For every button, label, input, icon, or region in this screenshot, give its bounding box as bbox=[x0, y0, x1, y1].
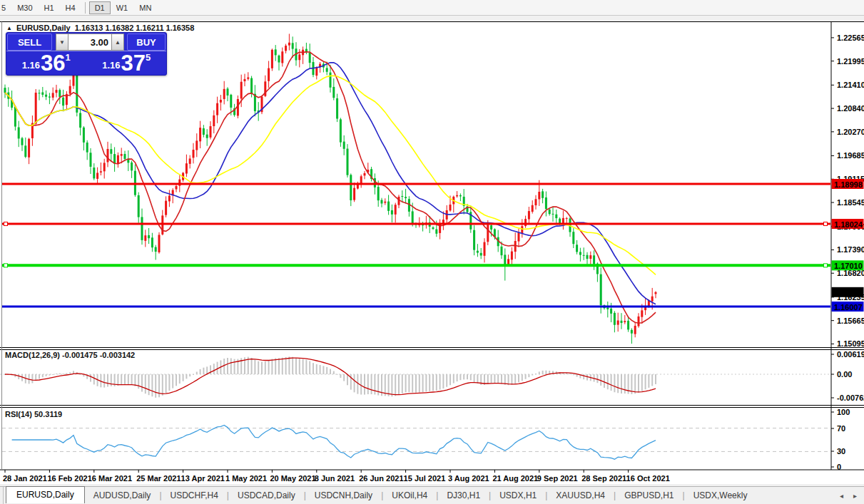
rsi-indicator-label: RSI(14) 50.3119 bbox=[5, 410, 62, 418]
bid-pipette: 1 bbox=[66, 52, 71, 63]
svg-text:21 Aug 2021: 21 Aug 2021 bbox=[492, 474, 538, 483]
svg-text:9 Sep 2021: 9 Sep 2021 bbox=[537, 474, 578, 483]
ask-price[interactable]: 1.16 37 5 bbox=[88, 51, 166, 74]
price-tag-1.18024: 1.18024 bbox=[832, 219, 864, 229]
svg-text:70: 70 bbox=[837, 424, 845, 433]
tab-usdcnh-daily[interactable]: USDCNH,Daily bbox=[306, 488, 381, 503]
price-tag-1.18998: 1.18998 bbox=[832, 179, 864, 189]
svg-text:1.20270: 1.20270 bbox=[837, 128, 864, 136]
chart-title: ▲ EURUSD,Daily 1.16313 1.16382 1.16211 1… bbox=[6, 24, 194, 32]
tab-usdx-weekly[interactable]: USDX,Weekly bbox=[685, 488, 756, 503]
chart-tab-bar: EURUSD,DailyAUDUSD,Daily|USDCHF,H4|USDCA… bbox=[0, 486, 864, 504]
timeframe-button-h4[interactable]: H4 bbox=[60, 1, 81, 14]
chart-ohlc-values: 1.16313 1.16382 1.16211 1.16358 bbox=[75, 24, 195, 32]
rsi-value: 50.3119 bbox=[34, 410, 62, 418]
svg-text:1.16358: 1.16358 bbox=[834, 288, 863, 297]
tab-bar-grip bbox=[0, 487, 4, 504]
ask-pipette: 5 bbox=[146, 52, 151, 63]
tab-scroll-left-icon[interactable]: ◂ bbox=[840, 492, 843, 500]
svg-text:1.18545: 1.18545 bbox=[837, 198, 864, 207]
timeframe-toolbar: 5M30H1H4D1W1MN bbox=[0, 0, 864, 16]
svg-text:28 Sep 2021: 28 Sep 2021 bbox=[581, 474, 626, 483]
svg-text:1.15665: 1.15665 bbox=[837, 317, 864, 325]
svg-text:-0.007621: -0.007621 bbox=[837, 394, 864, 402]
tab-audusd-daily[interactable]: AUDUSD,Daily bbox=[85, 488, 160, 503]
timeframe-button-m30[interactable]: M30 bbox=[11, 1, 38, 14]
svg-text:100: 100 bbox=[837, 408, 850, 416]
svg-text:13 Apr 2021: 13 Apr 2021 bbox=[181, 474, 225, 483]
svg-text:1.17390: 1.17390 bbox=[837, 245, 864, 254]
ask-small-figure: 1.16 bbox=[102, 60, 120, 71]
tab-gbpusd-h1[interactable]: GBPUSD,H1 bbox=[616, 488, 682, 503]
sell-button[interactable]: SELL bbox=[7, 34, 52, 51]
svg-text:20 May 2021: 20 May 2021 bbox=[270, 474, 315, 483]
volume-input[interactable] bbox=[68, 34, 111, 51]
svg-text:0: 0 bbox=[837, 463, 841, 471]
svg-text:1.17010: 1.17010 bbox=[834, 262, 863, 270]
bid-price[interactable]: 1.16 36 1 bbox=[7, 51, 86, 74]
tab-usdx-h1[interactable]: USDX,H1 bbox=[491, 488, 545, 503]
volume-decrease-button[interactable]: ▼ bbox=[56, 34, 68, 51]
svg-text:0.00: 0.00 bbox=[837, 370, 852, 379]
macd-name: MACD(12,26,9) bbox=[5, 351, 60, 359]
svg-text:16 Feb 2021: 16 Feb 2021 bbox=[47, 474, 91, 483]
svg-text:28 Jan 2021: 28 Jan 2021 bbox=[3, 474, 47, 483]
svg-text:1.22565: 1.22565 bbox=[837, 34, 864, 42]
price-tag-1.17010: 1.17010 bbox=[832, 260, 864, 270]
ask-big-figure: 37 bbox=[121, 54, 146, 73]
timeframe-button-d1[interactable]: D1 bbox=[89, 1, 111, 14]
svg-text:15 Jul 2021: 15 Jul 2021 bbox=[404, 474, 446, 483]
svg-text:3 Aug 2021: 3 Aug 2021 bbox=[448, 474, 489, 483]
svg-text:8 Jun 2021: 8 Jun 2021 bbox=[315, 474, 355, 483]
tab-scroll-right-icon[interactable]: ▸ bbox=[853, 492, 857, 500]
svg-text:1.18998: 1.18998 bbox=[834, 180, 863, 189]
svg-text:1.16007: 1.16007 bbox=[834, 303, 863, 312]
chart-symbol-label: EURUSD,Daily bbox=[16, 24, 71, 32]
svg-text:16 Oct 2021: 16 Oct 2021 bbox=[626, 474, 670, 483]
macd-values: -0.001475 -0.003142 bbox=[62, 351, 135, 359]
tab-ukoil-h4[interactable]: UKOil,H4 bbox=[383, 488, 436, 503]
rsi-name: RSI(14) bbox=[5, 410, 32, 418]
svg-text:6 Mar 2021: 6 Mar 2021 bbox=[92, 474, 132, 483]
tab-xauusd-h4[interactable]: XAUUSD,H4 bbox=[547, 488, 614, 503]
svg-text:25 Mar 2021: 25 Mar 2021 bbox=[136, 474, 181, 483]
svg-text:1.19685: 1.19685 bbox=[837, 151, 864, 160]
timeframe-button-mn[interactable]: MN bbox=[133, 1, 157, 14]
bid-big-figure: 36 bbox=[41, 54, 65, 73]
tab-usdchf-h4[interactable]: USDCHF,H4 bbox=[162, 488, 227, 503]
price-tag-1.16007: 1.16007 bbox=[832, 302, 864, 312]
toolbar-separator bbox=[85, 2, 86, 14]
svg-text:1.18024: 1.18024 bbox=[834, 220, 863, 229]
svg-text:1.21995: 1.21995 bbox=[837, 57, 864, 66]
tab-eurusd-daily[interactable]: EURUSD,Daily bbox=[6, 486, 85, 503]
collapse-panel-icon[interactable]: ▲ bbox=[6, 25, 12, 31]
candlestick-chart[interactable]: 1.225651.219951.214101.208401.202701.196… bbox=[0, 16, 864, 486]
tab-usdcad-daily[interactable]: USDCAD,Daily bbox=[229, 488, 304, 503]
bid-small-figure: 1.16 bbox=[22, 60, 40, 71]
buy-button[interactable]: BUY bbox=[127, 34, 166, 51]
timeframe-button-5[interactable]: 5 bbox=[0, 1, 11, 14]
timeframe-button-h1[interactable]: H1 bbox=[39, 1, 60, 14]
tabs-container: EURUSD,DailyAUDUSD,Daily|USDCHF,H4|USDCA… bbox=[6, 488, 756, 503]
svg-text:1.21410: 1.21410 bbox=[837, 81, 864, 89]
hline-1.17010[interactable] bbox=[2, 264, 830, 267]
tab-dj30-h1[interactable]: DJ30,H1 bbox=[438, 488, 489, 503]
one-click-trading-panel: SELL ▼ ▲ BUY 1.16 36 1 1.16 37 5 bbox=[6, 32, 167, 76]
current-price-tag: 1.16358 bbox=[832, 287, 864, 297]
chart-window: 1.225651.219951.214101.208401.202701.196… bbox=[0, 16, 864, 486]
svg-text:26 Jun 2021: 26 Jun 2021 bbox=[359, 474, 403, 483]
svg-text:0.006193: 0.006193 bbox=[837, 350, 864, 359]
svg-text:1.20840: 1.20840 bbox=[837, 104, 864, 113]
volume-increase-button[interactable]: ▲ bbox=[111, 34, 124, 51]
svg-text:1.15095: 1.15095 bbox=[837, 339, 864, 348]
svg-text:30: 30 bbox=[837, 447, 845, 456]
timeframe-button-w1[interactable]: W1 bbox=[111, 1, 134, 14]
macd-indicator-label: MACD(12,26,9) -0.001475 -0.003142 bbox=[5, 351, 135, 359]
svg-text:1 May 2021: 1 May 2021 bbox=[225, 474, 267, 483]
